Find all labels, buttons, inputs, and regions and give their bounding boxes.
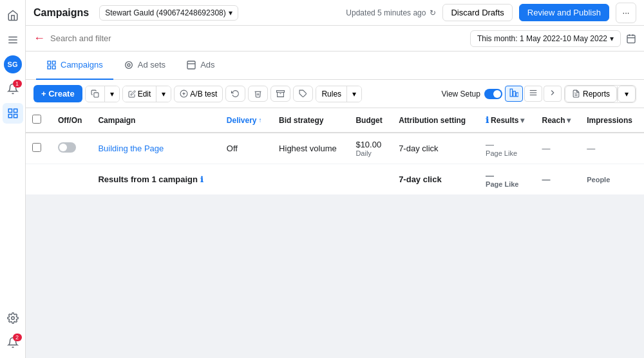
rules-group: Rules ▾	[316, 86, 362, 102]
search-bar: ← This month: 1 May 2022-10 May 2022 ▾	[26, 26, 644, 52]
row-toggle-cell	[52, 133, 91, 164]
nav-alerts[interactable]: 2	[3, 332, 23, 353]
discard-drafts-button[interactable]: Discard Drafts	[442, 4, 512, 21]
nav-menu[interactable]	[3, 30, 23, 50]
nav-home[interactable]	[3, 5, 23, 26]
column-reach: Reach ▾	[536, 108, 581, 133]
create-button[interactable]: + Create	[33, 85, 82, 102]
info-icon[interactable]: ℹ	[486, 115, 489, 125]
reports-arrow-button[interactable]: ▾	[618, 86, 636, 102]
ads-tab-icon	[186, 60, 196, 70]
campaigns-table: Off/On Campaign Delivery ↑ Bid strategy …	[26, 108, 644, 195]
summary-bid-cell	[272, 164, 349, 195]
summary-reach-value: —	[542, 174, 551, 184]
svg-rect-14	[48, 66, 51, 69]
duplicate-arrow-button[interactable]: ▾	[105, 86, 119, 102]
svg-rect-6	[14, 115, 17, 118]
bar-chart-view-button[interactable]	[505, 86, 523, 102]
reach-sort-icon: ▾	[567, 116, 571, 125]
budget-period: Daily	[355, 149, 386, 157]
archive-icon	[276, 90, 285, 98]
svg-rect-24	[277, 91, 285, 93]
ab-test-button[interactable]: A/B test	[174, 86, 223, 102]
results-sort-icon: ▾	[520, 116, 524, 125]
undo-icon	[231, 90, 240, 98]
row-impressions-cell: —	[580, 133, 644, 164]
budget-value: $10.00	[355, 140, 386, 149]
summary-blank1	[26, 164, 52, 195]
alerts-badge: 2	[13, 334, 22, 341]
row-delivery-cell: Off	[220, 133, 272, 164]
view-setup-toggle[interactable]	[484, 89, 502, 99]
summary-row: Results from 1 campaign ℹ 7-day click — …	[26, 164, 644, 195]
label-icon	[299, 90, 307, 98]
column-campaign: Campaign	[91, 108, 220, 133]
column-impressions: Impressions	[580, 108, 644, 133]
refresh-icon[interactable]: ↻	[430, 8, 436, 17]
page-title: Campaigns	[33, 7, 89, 19]
row-reach-cell: —	[536, 133, 581, 164]
duplicate-button[interactable]	[86, 86, 104, 101]
list-view-button[interactable]	[524, 86, 542, 102]
tab-ads[interactable]: Ads	[176, 52, 225, 80]
row-campaign-cell: Building the Page	[91, 133, 220, 164]
column-delivery[interactable]: Delivery ↑	[220, 108, 272, 133]
more-options-button[interactable]: ···	[616, 3, 636, 23]
reports-button[interactable]: Reports	[565, 86, 617, 102]
reports-icon	[572, 90, 580, 98]
nav-notifications[interactable]: 1	[3, 79, 23, 99]
nav-grid[interactable]	[3, 103, 23, 124]
calendar-icon	[626, 33, 636, 44]
column-attribution: Attribution setting	[392, 108, 479, 133]
summary-results-label: Page Like	[486, 180, 529, 188]
campaign-name-link[interactable]: Building the Page	[98, 144, 164, 153]
account-select[interactable]: Stewart Gauld (490674248692308) ▾	[99, 5, 238, 21]
svg-rect-15	[52, 66, 55, 69]
date-range-text: This month: 1 May 2022-10 May 2022	[477, 34, 607, 43]
campaign-toggle[interactable]	[58, 142, 76, 153]
chevron-down-icon: ▾	[229, 8, 232, 17]
row-checkbox[interactable]	[32, 143, 41, 152]
delete-button[interactable]	[248, 86, 268, 102]
edit-arrow-button[interactable]: ▾	[156, 86, 171, 102]
edit-button[interactable]: Edit	[123, 86, 156, 102]
back-arrow-icon[interactable]: ←	[33, 32, 45, 45]
nav-settings[interactable]	[3, 308, 23, 328]
ab-test-icon	[180, 90, 188, 98]
rules-button[interactable]: Rules	[316, 86, 346, 102]
row-bid-cell: Highest volume	[272, 133, 349, 164]
label-button[interactable]	[293, 86, 313, 102]
table-row: Building the Page Off Highest volume $10…	[26, 133, 644, 164]
arrow-view-button[interactable]	[544, 86, 562, 102]
search-input[interactable]	[50, 33, 465, 43]
review-publish-button[interactable]: Review and Publish	[519, 4, 609, 21]
left-nav: SG 1 2	[0, 0, 26, 358]
ab-test-label: A/B test	[190, 90, 217, 99]
archive-button[interactable]	[270, 86, 290, 102]
svg-rect-8	[627, 35, 635, 42]
tab-adsets-label: Ad sets	[138, 60, 166, 70]
summary-delivery-cell	[220, 164, 272, 195]
duplicate-icon	[91, 90, 99, 98]
summary-campaign-text: Results from 1 campaign	[98, 174, 198, 184]
rules-arrow-button[interactable]: ▾	[347, 86, 361, 102]
tab-adsets[interactable]: Ad sets	[113, 52, 176, 80]
tab-campaigns-label: Campaigns	[61, 60, 103, 70]
campaigns-tab-icon	[46, 60, 57, 70]
tab-campaigns[interactable]: Campaigns	[36, 52, 113, 80]
results-value: —	[486, 140, 529, 149]
list-icon	[529, 88, 538, 97]
svg-rect-20	[94, 93, 99, 97]
sort-arrow-icon: ↑	[259, 117, 262, 124]
summary-info-icon[interactable]: ℹ	[200, 175, 204, 184]
undo-button[interactable]	[225, 86, 245, 102]
svg-rect-18	[187, 61, 195, 69]
row-results-cell: — Page Like	[479, 133, 535, 164]
date-filter[interactable]: This month: 1 May 2022-10 May 2022 ▾	[470, 30, 621, 47]
svg-rect-12	[48, 61, 51, 64]
nav-avatar[interactable]: SG	[3, 54, 23, 75]
svg-rect-29	[516, 93, 518, 97]
view-icons-group	[505, 86, 562, 102]
select-all-checkbox[interactable]	[32, 115, 41, 124]
rules-label: Rules	[321, 90, 341, 99]
